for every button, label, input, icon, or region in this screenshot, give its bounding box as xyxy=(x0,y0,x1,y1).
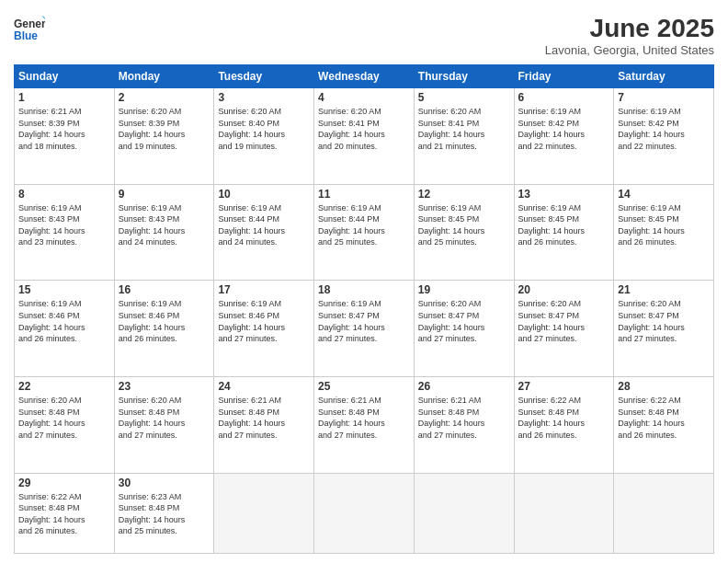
table-row xyxy=(614,473,714,553)
logo: General Blue xyxy=(14,14,45,45)
col-saturday: Saturday xyxy=(614,65,714,88)
table-row: 26Sunrise: 6:21 AMSunset: 8:48 PMDayligh… xyxy=(414,377,514,474)
table-row: 14Sunrise: 6:19 AMSunset: 8:45 PMDayligh… xyxy=(614,184,714,281)
table-row: 3Sunrise: 6:20 AMSunset: 8:40 PMDaylight… xyxy=(214,88,314,185)
table-row: 29Sunrise: 6:22 AMSunset: 8:48 PMDayligh… xyxy=(15,473,115,553)
table-row: 2Sunrise: 6:20 AMSunset: 8:39 PMDaylight… xyxy=(114,88,214,185)
month-title: June 2025 xyxy=(545,14,714,43)
table-row xyxy=(514,473,614,553)
table-row: 19Sunrise: 6:20 AMSunset: 8:47 PMDayligh… xyxy=(414,281,514,377)
table-row: 27Sunrise: 6:22 AMSunset: 8:48 PMDayligh… xyxy=(514,377,614,474)
table-row: 16Sunrise: 6:19 AMSunset: 8:46 PMDayligh… xyxy=(114,281,214,377)
col-friday: Friday xyxy=(514,65,614,88)
table-row: 10Sunrise: 6:19 AMSunset: 8:44 PMDayligh… xyxy=(214,184,314,281)
col-sunday: Sunday xyxy=(15,65,115,88)
logo-svg-icon: General Blue xyxy=(14,14,45,45)
table-row: 30Sunrise: 6:23 AMSunset: 8:48 PMDayligh… xyxy=(114,473,214,553)
table-row: 28Sunrise: 6:22 AMSunset: 8:48 PMDayligh… xyxy=(614,377,714,474)
col-wednesday: Wednesday xyxy=(314,65,415,88)
table-row: 15Sunrise: 6:19 AMSunset: 8:46 PMDayligh… xyxy=(15,281,115,377)
table-row: 13Sunrise: 6:19 AMSunset: 8:45 PMDayligh… xyxy=(514,184,614,281)
table-row: 20Sunrise: 6:20 AMSunset: 8:47 PMDayligh… xyxy=(514,281,614,377)
location: Lavonia, Georgia, United States xyxy=(545,43,714,57)
table-row: 12Sunrise: 6:19 AMSunset: 8:45 PMDayligh… xyxy=(414,184,514,281)
table-row: 8Sunrise: 6:19 AMSunset: 8:43 PMDaylight… xyxy=(15,184,115,281)
table-row: 23Sunrise: 6:20 AMSunset: 8:48 PMDayligh… xyxy=(114,377,214,474)
table-row: 24Sunrise: 6:21 AMSunset: 8:48 PMDayligh… xyxy=(214,377,314,474)
table-row: 1Sunrise: 6:21 AMSunset: 8:39 PMDaylight… xyxy=(15,88,115,185)
col-monday: Monday xyxy=(114,65,214,88)
table-row: 18Sunrise: 6:19 AMSunset: 8:47 PMDayligh… xyxy=(314,281,415,377)
table-row xyxy=(414,473,514,553)
page: General Blue June 2025 Lavonia, Georgia,… xyxy=(0,0,728,563)
table-row: 17Sunrise: 6:19 AMSunset: 8:46 PMDayligh… xyxy=(214,281,314,377)
svg-text:Blue: Blue xyxy=(14,29,38,42)
col-thursday: Thursday xyxy=(414,65,514,88)
col-tuesday: Tuesday xyxy=(214,65,314,88)
table-row: 22Sunrise: 6:20 AMSunset: 8:48 PMDayligh… xyxy=(15,377,115,474)
table-row: 4Sunrise: 6:20 AMSunset: 8:41 PMDaylight… xyxy=(314,88,415,185)
svg-text:General: General xyxy=(14,17,45,30)
calendar-table: Sunday Monday Tuesday Wednesday Thursday… xyxy=(14,64,714,554)
header: General Blue June 2025 Lavonia, Georgia,… xyxy=(14,14,714,57)
table-row: 25Sunrise: 6:21 AMSunset: 8:48 PMDayligh… xyxy=(314,377,415,474)
table-row xyxy=(314,473,415,553)
calendar-header-row: Sunday Monday Tuesday Wednesday Thursday… xyxy=(15,65,714,88)
table-row: 5Sunrise: 6:20 AMSunset: 8:41 PMDaylight… xyxy=(414,88,514,185)
table-row: 21Sunrise: 6:20 AMSunset: 8:47 PMDayligh… xyxy=(614,281,714,377)
table-row: 6Sunrise: 6:19 AMSunset: 8:42 PMDaylight… xyxy=(514,88,614,185)
table-row: 7Sunrise: 6:19 AMSunset: 8:42 PMDaylight… xyxy=(614,88,714,185)
title-block: June 2025 Lavonia, Georgia, United State… xyxy=(545,14,714,57)
table-row: 9Sunrise: 6:19 AMSunset: 8:43 PMDaylight… xyxy=(114,184,214,281)
table-row: 11Sunrise: 6:19 AMSunset: 8:44 PMDayligh… xyxy=(314,184,415,281)
table-row xyxy=(214,473,314,553)
